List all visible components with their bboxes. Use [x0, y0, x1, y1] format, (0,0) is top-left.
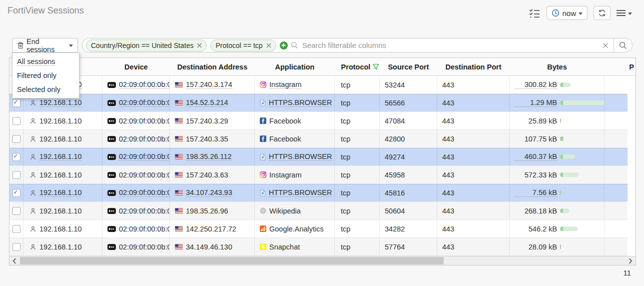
menu-item-selected-only[interactable]: Selected only: [12, 82, 79, 96]
destination-ip: 157.240.3.29: [186, 117, 228, 125]
application-name: Facebook: [269, 117, 301, 125]
search-input[interactable]: [301, 40, 598, 50]
user-icon: [29, 100, 36, 106]
bytes-bar: [560, 136, 564, 141]
row-checkbox[interactable]: [12, 243, 20, 251]
protocol-cell: tcp: [335, 148, 380, 166]
filter-pill-protocol[interactable]: Protocol == tcp: [210, 40, 276, 52]
source-ip: 192.168.1.10: [39, 152, 82, 161]
device-icon: [107, 154, 116, 160]
source-port-value: 45816: [385, 189, 405, 197]
application-cell: Google.Analytics: [255, 220, 335, 238]
application-cell: Snapchat: [255, 238, 335, 256]
wikipedia-icon: [260, 208, 266, 214]
scroll-left-arrow[interactable]: [9, 256, 19, 265]
bytes-bar: [560, 190, 561, 195]
session-row[interactable]: 192.168.1.10 02:09:0f:00:0b:01 157.240.3…: [9, 76, 628, 94]
bytes-cell: 28.09 kB: [510, 238, 605, 256]
destination-cell: 157.240.3.35: [170, 130, 255, 148]
protocol-value: tcp: [341, 171, 350, 179]
destination-port-cell: 443: [437, 220, 510, 238]
close-icon[interactable]: [266, 43, 271, 48]
header-destination-address[interactable]: Destination Address: [170, 58, 255, 76]
time-range-button[interactable]: now: [547, 6, 588, 20]
scroll-right-arrow[interactable]: [626, 256, 636, 265]
session-row[interactable]: 192.168.1.10 02:09:0f:00:0b:01 142.250.2…: [9, 220, 628, 238]
us-flag-icon: [175, 154, 183, 160]
filter-pill-label: Country/Region == United States: [91, 42, 193, 50]
row-checkbox[interactable]: [12, 207, 20, 215]
destination-ip: 157.240.3.174: [186, 80, 232, 89]
https-icon: [260, 100, 266, 106]
session-row[interactable]: 192.168.1.10 02:09:0f:00:0b:01 157.240.3…: [9, 166, 628, 184]
destination-port-cell: 443: [437, 166, 510, 184]
device-icon: [107, 100, 116, 106]
device-mac: 02:09:0f:00:0b:01: [119, 188, 170, 197]
partial-cell: [605, 166, 628, 184]
header-partial[interactable]: P: [605, 58, 636, 76]
end-sessions-label: End sessions: [26, 38, 66, 54]
row-checkbox[interactable]: [12, 189, 20, 197]
device-icon: [107, 226, 116, 232]
source-port-cell: 49274: [380, 148, 437, 166]
clear-search-icon[interactable]: [598, 42, 614, 48]
main-menu-button[interactable]: [617, 10, 632, 16]
destination-port-cell: 443: [437, 112, 510, 130]
source-port-value: 34282: [385, 225, 405, 233]
destination-cell: 157.240.3.174: [170, 76, 255, 94]
filter-pill-country[interactable]: Country/Region == United States: [86, 40, 207, 52]
header-source-port[interactable]: Source Port: [380, 58, 437, 76]
row-checkbox[interactable]: [12, 153, 20, 161]
session-row[interactable]: 192.168.1.10 02:09:0f:00:0b:01 157.240.3…: [9, 130, 628, 148]
source-cell: 192.168.1.10: [23, 148, 102, 166]
filter-funnel-icon[interactable]: [373, 64, 379, 70]
bytes-value: 25.89 kB: [515, 117, 557, 125]
bytes-value: 300.82 kB: [515, 80, 557, 89]
menu-item-filtered-only[interactable]: Filtered only: [12, 68, 79, 82]
menu-item-all-sessions[interactable]: All sessions: [12, 54, 79, 68]
row-checkbox[interactable]: [12, 171, 20, 179]
chevron-down-icon: [579, 12, 583, 15]
add-filter-button[interactable]: [280, 42, 288, 50]
destination-ip: 34.149.46.130: [186, 243, 232, 251]
protocol-cell: tcp: [335, 238, 380, 256]
session-row[interactable]: 192.168.1.10 02:09:0f:00:0b:01 198.35.26…: [9, 202, 628, 220]
source-port-cell: 50604: [380, 202, 437, 220]
application-name: HTTPS.BROWSER: [269, 98, 332, 107]
device-cell: 02:09:0f:00:0b:01: [102, 202, 170, 220]
session-row[interactable]: 192.168.1.10 02:09:0f:00:0b:01 34.107.24…: [9, 184, 628, 202]
source-ip: 192.168.1.10: [39, 117, 82, 125]
device-cell: 02:09:0f:00:0b:01: [102, 220, 170, 238]
bytes-value: 28.09 kB: [515, 243, 557, 251]
bytes-value: 107.75 kB: [515, 135, 557, 143]
horizontal-scrollbar[interactable]: [9, 256, 636, 265]
row-checkbox[interactable]: [12, 225, 20, 233]
header-destination-port[interactable]: Destination Port: [437, 58, 510, 76]
search-submit-button[interactable]: [614, 38, 632, 52]
analytics-icon: [260, 226, 266, 232]
header-bytes[interactable]: Bytes: [510, 58, 605, 76]
application-name: Instagram: [269, 171, 301, 179]
end-sessions-button[interactable]: End sessions: [12, 38, 78, 52]
session-row[interactable]: 192.168.1.10 02:09:0f:00:0b:01 34.149.46…: [9, 238, 628, 256]
header-protocol[interactable]: Protocol: [335, 58, 380, 76]
header-device[interactable]: Device: [102, 58, 170, 76]
session-row[interactable]: 192.168.1.10 02:09:0f:00:0b:01 157.240.3…: [9, 112, 628, 130]
source-cell: 192.168.1.10: [23, 202, 102, 220]
header-application[interactable]: Application: [255, 58, 335, 76]
column-settings-icon[interactable]: [529, 8, 541, 18]
protocol-value: tcp: [341, 117, 350, 125]
refresh-button[interactable]: [594, 6, 611, 20]
application-cell: Instagram: [255, 76, 335, 94]
source-port-cell: 45816: [380, 184, 437, 202]
row-checkbox[interactable]: [12, 99, 20, 107]
bytes-value: 546.2 kB: [515, 225, 557, 233]
application-name: HTTPS.BROWSER: [269, 188, 332, 197]
session-row[interactable]: 192.168.1.10 02:09:0f:00:0b:01 154.52.5.…: [9, 94, 628, 112]
session-row[interactable]: 192.168.1.10 02:09:0f:00:0b:01 198.35.26…: [9, 148, 628, 166]
close-icon[interactable]: [197, 43, 202, 48]
row-checkbox[interactable]: [12, 117, 20, 125]
row-checkbox[interactable]: [12, 135, 20, 143]
application-name: Snapchat: [269, 243, 300, 251]
scrollbar-thumb[interactable]: [20, 257, 444, 264]
